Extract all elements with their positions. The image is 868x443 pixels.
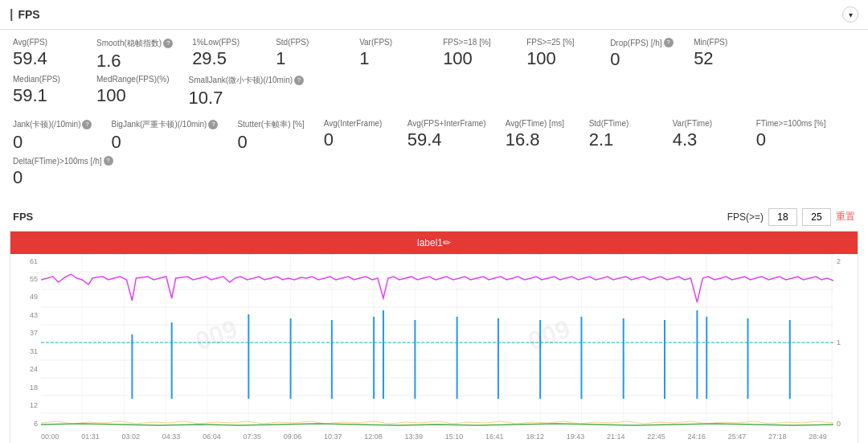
y-right-mid: 1 (837, 338, 841, 347)
stat-value-smooth: 1.6 (96, 51, 173, 72)
stat-label-smooth: Smooth(稳帧指数)? (96, 38, 173, 49)
fps-input-25[interactable] (802, 208, 831, 226)
fps-input-18[interactable] (768, 208, 797, 226)
stat-label-ftime100ms: FTime>=100ms [%] (756, 119, 826, 128)
x-label: 21:14 (607, 433, 625, 441)
x-label: 25:47 (728, 433, 747, 441)
chart-section: FPS FPS(>=) 重置 label1✏ FPS61554943373124… (0, 203, 868, 443)
x-label: 22:45 (647, 433, 665, 441)
x-label: 28:49 (809, 433, 827, 441)
x-label: 27:18 (768, 433, 787, 441)
stat-label-fps18: FPS>=18 [%] (443, 38, 507, 47)
stats-row-1: Avg(FPS)59.4Smooth(稳帧指数)?1.61%Low(FPS)29… (13, 38, 855, 113)
stat-min-fps: Min(FPS)52 (694, 38, 758, 72)
x-label: 06:04 (203, 433, 221, 441)
chart-plot: 009 009 (41, 254, 833, 431)
stat-smooth: Smooth(稳帧指数)?1.6 (96, 38, 173, 72)
stat-stutter: Stutter(卡帧率) [%]0 (237, 119, 304, 153)
y-left-label: 12 (30, 401, 38, 409)
stat-value-fps25: 100 (526, 48, 591, 69)
stat-label-var-ftime: Var(FTime) (673, 119, 737, 128)
help-icon-smalljank[interactable]: ? (294, 76, 304, 85)
x-label: 24:16 (688, 433, 706, 441)
x-label: 16:41 (485, 433, 504, 441)
stat-label-std-ftime: Std(FTime) (589, 119, 653, 128)
stat-label-min-fps: Min(FPS) (694, 38, 758, 47)
stat-value-avg-fps-interframe: 59.4 (407, 129, 486, 150)
y-axis-left: FPS6155494337312418126 (10, 254, 41, 431)
stat-value-avg-interframe: 0 (324, 129, 388, 150)
stat-value-ftime100ms: 0 (756, 129, 826, 150)
stat-drop-fps: Drop(FPS) [/h]?0 (610, 38, 674, 72)
y-right-top: 2 (837, 257, 841, 265)
stat-label-jank: Jank(卡顿)(/10min)? (13, 119, 92, 130)
x-label: 12:08 (364, 433, 383, 441)
stat-ftime100ms: FTime>=100ms [%]0 (756, 119, 826, 153)
x-label: 19:43 (567, 433, 585, 441)
help-icon-drop-fps[interactable]: ? (664, 38, 674, 47)
stat-smalljank: SmallJank(微小卡顿)(/10min)?10.7 (189, 75, 304, 109)
x-label: 13:39 (405, 433, 424, 441)
stat-value-median-fps: 59.1 (13, 85, 77, 106)
header-bar: FPS ▾ (0, 0, 868, 30)
stat-label-median-fps: Median(FPS) (13, 75, 77, 84)
help-icon-delta-ftime[interactable]: ? (104, 156, 113, 166)
help-icon-bigjank[interactable]: ? (208, 120, 218, 129)
y-axis-right: 2 1 0 Jank (833, 254, 858, 431)
x-label: 10:37 (324, 433, 342, 441)
stat-label-smalljank: SmallJank(微小卡顿)(/10min)? (189, 75, 304, 86)
chart-svg: 009 009 (41, 254, 833, 431)
red-banner: label1✏ (10, 232, 858, 254)
stat-value-delta-ftime: 0 (13, 167, 113, 188)
stat-label-drop-fps: Drop(FPS) [/h]? (610, 38, 674, 47)
stats-section: Avg(FPS)59.4Smooth(稳帧指数)?1.61%Low(FPS)29… (0, 30, 868, 203)
stat-label-low1-fps: 1%Low(FPS) (192, 38, 256, 47)
stat-value-medrange-fps: 100 (96, 85, 170, 106)
stat-value-fps18: 100 (443, 48, 507, 69)
x-label: 15:10 (445, 433, 464, 441)
stats-row-2: Jank(卡顿)(/10min)?0BigJank(严重卡顿)(/10min)?… (13, 119, 855, 192)
y-left-label: 37 (30, 329, 38, 337)
stat-label-stutter: Stutter(卡帧率) [%] (237, 119, 304, 130)
stat-value-jank: 0 (13, 132, 92, 153)
stat-value-min-fps: 52 (694, 48, 758, 69)
x-label: 07:35 (243, 433, 261, 441)
stat-jank: Jank(卡顿)(/10min)?0 (13, 119, 92, 153)
stat-median-fps: Median(FPS)59.1 (13, 75, 77, 109)
y-left-label: 61 (30, 257, 38, 265)
page-title: FPS (10, 7, 40, 22)
x-label: 04:33 (162, 433, 181, 441)
stat-value-drop-fps: 0 (610, 49, 674, 70)
stat-var-fps: Var(FPS)1 (359, 38, 424, 72)
stat-low1-fps: 1%Low(FPS)29.5 (192, 38, 256, 72)
help-icon-smooth[interactable]: ? (163, 39, 173, 48)
stat-medrange-fps: MedRange(FPS)(%)100 (96, 75, 170, 109)
y-left-label: 6 (34, 420, 38, 428)
banner-label: label1✏ (417, 237, 451, 248)
help-icon-jank[interactable]: ? (82, 120, 92, 129)
stat-label-medrange-fps: MedRange(FPS)(%) (96, 75, 170, 84)
x-label: 09:06 (284, 433, 302, 441)
svg-text:009: 009 (191, 314, 241, 355)
chart-header: FPS FPS(>=) 重置 (6, 203, 862, 231)
fps-controls-label: FPS(>=) (727, 211, 764, 223)
stat-value-std-ftime: 2.1 (589, 129, 653, 150)
chart-area: FPS6155494337312418126 (10, 254, 858, 431)
stat-std-fps: Std(FPS)1 (276, 38, 340, 72)
stat-avg-fps-interframe: Avg(FPS+InterFrame)59.4 (407, 119, 486, 153)
stat-avg-fps: Avg(FPS)59.4 (13, 38, 77, 72)
x-label: 01:31 (81, 433, 100, 441)
stat-delta-ftime: Delta(FTime)>100ms [/h]?0 (13, 156, 113, 188)
y-left-label: 55 (30, 275, 38, 283)
stat-label-bigjank: BigJank(严重卡顿)(/10min)? (111, 119, 218, 130)
reset-button[interactable]: 重置 (836, 210, 855, 224)
y-left-label: 18 (30, 384, 38, 392)
chart-title: FPS (13, 211, 33, 223)
stat-avg-interframe: Avg(InterFrame)0 (324, 119, 388, 153)
stat-value-smalljank: 10.7 (189, 88, 304, 109)
stat-avg-ftime: Avg(FTime) [ms]16.8 (506, 119, 570, 153)
dropdown-button[interactable]: ▾ (842, 6, 858, 23)
stat-value-low1-fps: 29.5 (192, 48, 256, 69)
stat-label-var-fps: Var(FPS) (359, 38, 424, 47)
x-label: 00:00 (41, 433, 59, 441)
